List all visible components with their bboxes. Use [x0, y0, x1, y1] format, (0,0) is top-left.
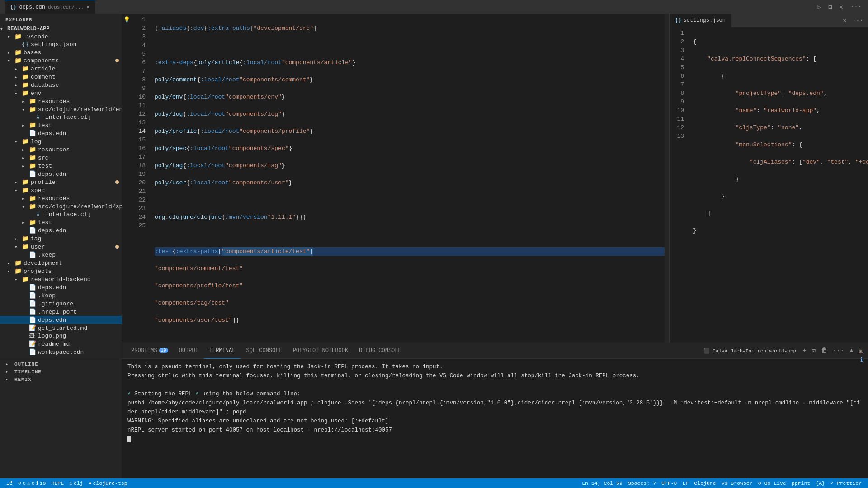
- sidebar-item-resources-env[interactable]: ▸ 📁 resources: [0, 97, 122, 105]
- sidebar-label-test-env: test: [38, 122, 52, 129]
- tab-debug[interactable]: DEBUG CONSOLE: [354, 343, 407, 359]
- sidebar-item-profile[interactable]: ▸ 📁 profile: [0, 178, 122, 186]
- tab-label: deps.edn: [19, 4, 45, 10]
- status-encoding[interactable]: UTF-8: [659, 478, 680, 488]
- run-btn[interactable]: ▷: [815, 2, 822, 12]
- more-terminal-btn[interactable]: ···: [831, 346, 846, 355]
- sidebar-item-gitignore-rb[interactable]: 📄 .gitignore: [0, 300, 122, 308]
- tab-output[interactable]: OUTPUT: [174, 343, 204, 359]
- chevron-right-icon: ▸: [22, 99, 29, 104]
- sidebar-item-spec[interactable]: ▾ 📁 spec: [0, 186, 122, 194]
- sidebar-item-vscode[interactable]: ▾ 📁 .vscode: [0, 33, 122, 41]
- sidebar-item-deps-env[interactable]: 📄 deps.edn: [0, 129, 122, 137]
- status-errors[interactable]: ⊘ 0 ⚠ 0 ℹ 10: [15, 478, 49, 488]
- sidebar-item-test-env[interactable]: ▸ 📁 test: [0, 121, 122, 129]
- status-position[interactable]: Ln 14, Col 59: [579, 478, 625, 488]
- status-prettier[interactable]: ✓ Prettier: [828, 478, 864, 488]
- right-code-content[interactable]: { "calva.replConnectSequences": [ { "pro…: [689, 27, 868, 271]
- folder-icon: 📁: [14, 259, 23, 267]
- more-right-btn[interactable]: ···: [850, 16, 865, 25]
- tab-settings-json[interactable]: {} settings.json: [670, 14, 731, 27]
- sidebar-item-nrepl-port[interactable]: 📄 .nrepl-port: [0, 308, 122, 316]
- maximize-panel-btn[interactable]: ▲: [848, 346, 855, 355]
- status-vs-browser[interactable]: VS Browser: [719, 478, 755, 488]
- status-branch[interactable]: ⎇: [4, 478, 15, 488]
- sidebar-item-user[interactable]: ▾ 📁 user: [0, 243, 122, 251]
- sidebar-item-src-log[interactable]: ▸ 📁 src: [0, 154, 122, 162]
- sidebar-item-settings-json[interactable]: {} settings.json: [0, 41, 122, 48]
- sidebar-item-interface-env[interactable]: λ interface.clj: [0, 113, 122, 121]
- editor-scrollbar[interactable]: [665, 14, 669, 343]
- sidebar-item-projects[interactable]: ▾ 📁 projects: [0, 267, 122, 275]
- split-btn[interactable]: ⊡: [826, 2, 834, 12]
- chevron-right-icon: ▸: [14, 66, 22, 72]
- more-btn[interactable]: ···: [849, 2, 863, 11]
- terminal-content[interactable]: This is a pseudo terminal, only used for…: [122, 359, 868, 478]
- sidebar-root[interactable]: ▾ REALWORLD-APP: [0, 25, 122, 33]
- status-spaces[interactable]: Spaces: 7: [625, 478, 659, 488]
- sidebar-item-keep-user[interactable]: 📄 .keep: [0, 251, 122, 259]
- status-pprint[interactable]: pprint: [789, 478, 813, 488]
- sidebar-label-resources-env: resources: [38, 98, 70, 105]
- sidebar-item-realworld-backend[interactable]: ▾ 📁 realworld-backend: [0, 275, 122, 283]
- status-prettier-a[interactable]: {A}: [813, 478, 828, 488]
- status-language[interactable]: Clojure: [691, 478, 718, 488]
- sidebar-item-workspace[interactable]: 📄 workspace.edn: [0, 348, 122, 356]
- no-chevron: [22, 285, 29, 290]
- sidebar-item-src-env[interactable]: ▾ 📁 src/clojure/realworld/env: [0, 105, 122, 113]
- sidebar-timeline[interactable]: ▸ TIMELINE: [0, 368, 122, 375]
- close-editor-btn[interactable]: ✕: [837, 2, 844, 12]
- prettier-a-label: {A}: [816, 480, 825, 486]
- lightbulb-icon[interactable]: 💡: [123, 16, 130, 23]
- sidebar-item-env[interactable]: ▾ 📁 env: [0, 89, 122, 97]
- sidebar-item-deps-spec[interactable]: 📄 deps.edn: [0, 226, 122, 235]
- tab-polyglot[interactable]: POLYGLOT NOTEBOOK: [288, 343, 354, 359]
- trash-terminal-btn[interactable]: 🗑: [819, 346, 829, 355]
- chevron-down-icon: ▾: [22, 204, 29, 210]
- branch-icon: ⎇: [6, 480, 13, 486]
- sidebar-item-development[interactable]: ▸ 📁 development: [0, 259, 122, 267]
- sidebar-label-resources-log: resources: [38, 146, 70, 153]
- sidebar-remix[interactable]: ▸ REMIX: [0, 375, 122, 383]
- code-lines[interactable]: {:aliases {:dev {:extra-paths ["developm…: [151, 14, 665, 343]
- sidebar-item-deps-rb[interactable]: 📄 deps.edn: [0, 283, 122, 291]
- sidebar-item-readme[interactable]: 📝 readme.md: [0, 340, 122, 348]
- tab-close-btn[interactable]: ✕: [86, 4, 90, 10]
- sidebar-item-database[interactable]: ▸ 📁 database: [0, 81, 122, 89]
- sidebar-label-src-env: src/clojure/realworld/env: [38, 106, 122, 113]
- sidebar-item-comment[interactable]: ▸ 📁 comment: [0, 73, 122, 81]
- sidebar-item-article[interactable]: ▸ 📁 article: [0, 65, 122, 73]
- tab-problems[interactable]: PROBLEMS 19: [126, 343, 174, 359]
- status-clojure-tsp[interactable]: ● clojure-tsp: [86, 478, 130, 488]
- sidebar-item-resources-log[interactable]: ▸ 📁 resources: [0, 145, 122, 154]
- sidebar-item-components[interactable]: ▾ 📁 components: [0, 56, 122, 65]
- sidebar-item-bases[interactable]: ▸ 📁 bases: [0, 48, 122, 56]
- status-clj[interactable]: ⚓ clj: [66, 478, 86, 488]
- sidebar-item-deps-edn-active[interactable]: 📄 deps.edn: [0, 316, 122, 324]
- close-right-btn[interactable]: ✕: [841, 16, 848, 25]
- sidebar-item-test-log[interactable]: ▸ 📁 test: [0, 162, 122, 170]
- tab-terminal[interactable]: TERMINAL: [204, 343, 241, 359]
- new-terminal-btn[interactable]: +: [801, 346, 808, 355]
- language-label: Clojure: [694, 480, 716, 486]
- tab-deps-edn[interactable]: {} deps.edn deps.edn/... ✕: [5, 0, 95, 14]
- tab-icon: {}: [10, 4, 16, 10]
- sidebar-item-src-spec[interactable]: ▾ 📁 src/clojure/realworld/spec: [0, 202, 122, 211]
- info-count: 10: [40, 480, 46, 486]
- sidebar-item-logo-png[interactable]: 🖼 logo.png: [0, 332, 122, 340]
- status-line-ending[interactable]: LF: [680, 478, 692, 488]
- sidebar-item-get-started[interactable]: 📝 get_started.md: [0, 324, 122, 332]
- tab-sql-console[interactable]: SQL CONSOLE: [241, 343, 287, 359]
- status-repl[interactable]: REPL: [49, 478, 67, 488]
- sidebar-item-interface-spec[interactable]: λ interface.clj: [0, 211, 122, 218]
- sidebar-item-tag[interactable]: ▸ 📁 tag: [0, 235, 122, 243]
- sidebar-item-resources-spec[interactable]: ▸ 📁 resources: [0, 194, 122, 202]
- sidebar-item-keep-rb[interactable]: 📄 .keep: [0, 291, 122, 300]
- clj-file-icon: λ: [36, 114, 44, 121]
- status-go-live[interactable]: ⊙ Go Live: [755, 478, 789, 488]
- split-terminal-btn[interactable]: ⊡: [810, 346, 817, 356]
- sidebar-item-deps-log[interactable]: 📄 deps.edn: [0, 170, 122, 178]
- sidebar-outline[interactable]: ▸ OUTLINE: [0, 360, 122, 368]
- sidebar-item-test-spec[interactable]: ▸ 📁 test: [0, 218, 122, 226]
- sidebar-item-log[interactable]: ▾ 📁 log: [0, 137, 122, 145]
